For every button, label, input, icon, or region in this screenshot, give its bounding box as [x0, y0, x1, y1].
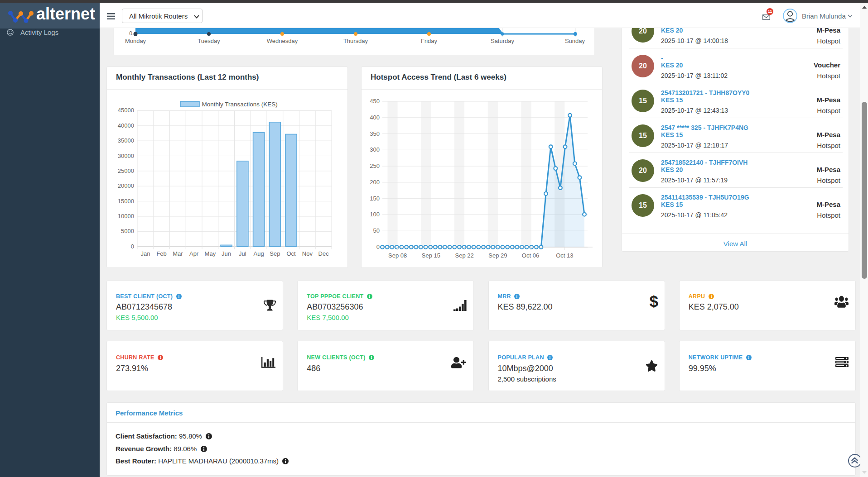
svg-text:Oct 06: Oct 06 — [522, 252, 539, 259]
svg-text:0: 0 — [131, 243, 134, 250]
svg-text:450: 450 — [370, 98, 380, 105]
svg-text:May: May — [205, 250, 216, 257]
svg-text:45000: 45000 — [118, 107, 134, 114]
svg-text:Apr: Apr — [189, 250, 199, 257]
svg-text:250: 250 — [370, 162, 380, 169]
svg-text:150: 150 — [370, 195, 380, 202]
svg-text:Sep 08: Sep 08 — [388, 252, 407, 259]
svg-text:Jan: Jan — [140, 250, 150, 257]
svg-text:Jul: Jul — [239, 250, 246, 257]
svg-text:40000: 40000 — [118, 122, 134, 129]
svg-text:Mar: Mar — [173, 250, 183, 257]
svg-text:15000: 15000 — [118, 198, 134, 205]
svg-text:Sep: Sep — [270, 250, 280, 257]
svg-text:5000: 5000 — [121, 228, 134, 234]
svg-text:350: 350 — [370, 130, 380, 137]
svg-text:300: 300 — [370, 146, 380, 153]
svg-text:50: 50 — [373, 227, 380, 234]
svg-text:200: 200 — [370, 179, 380, 186]
svg-text:0: 0 — [376, 243, 380, 250]
svg-text:Oct: Oct — [286, 250, 296, 257]
svg-text:20000: 20000 — [118, 182, 134, 189]
svg-text:Feb: Feb — [156, 250, 166, 257]
svg-text:Sep 29: Sep 29 — [488, 252, 507, 259]
svg-text:30000: 30000 — [118, 153, 134, 159]
svg-text:25000: 25000 — [118, 167, 134, 174]
svg-text:Nov: Nov — [302, 250, 313, 257]
svg-text:Jun: Jun — [222, 250, 231, 257]
svg-text:Aug: Aug — [254, 250, 264, 257]
svg-text:10000: 10000 — [118, 213, 134, 219]
svg-text:Dec: Dec — [318, 250, 329, 257]
svg-text:400: 400 — [370, 114, 380, 121]
svg-text:Oct 13: Oct 13 — [556, 252, 573, 259]
svg-text:35000: 35000 — [118, 137, 134, 144]
svg-text:Sep 15: Sep 15 — [422, 252, 440, 259]
svg-text:Sep 22: Sep 22 — [455, 252, 473, 259]
svg-text:Monthly Transactions (KES): Monthly Transactions (KES) — [202, 101, 278, 108]
svg-text:100: 100 — [370, 211, 380, 218]
